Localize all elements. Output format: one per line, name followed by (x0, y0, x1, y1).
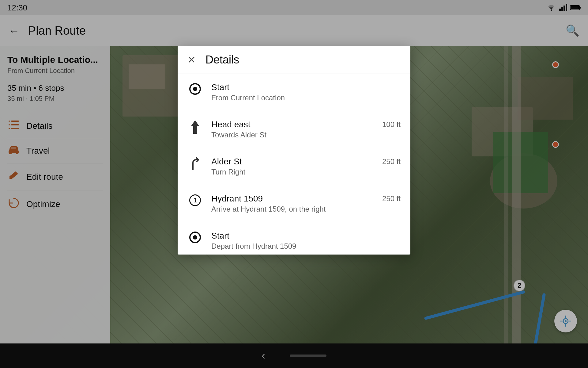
detail-row-head-east: Head east Towards Alder St 100 ft (187, 111, 401, 148)
alder-dist: 250 ft (382, 157, 401, 166)
head-east-content: Head east Towards Alder St (211, 120, 374, 139)
arrow-up-icon (187, 120, 203, 134)
depart-icon (187, 232, 203, 243)
depart-sub: Depart from Hydrant 1509 (211, 242, 401, 251)
head-east-sub: Towards Alder St (211, 131, 374, 139)
detail-row-start: Start From Current Location (187, 74, 401, 111)
depart-content: Start Depart from Hydrant 1509 (211, 231, 401, 251)
head-east-title: Head east (211, 120, 374, 129)
modal-overlay: ✕ Details Start From Current Location (0, 0, 588, 368)
hydrant-num-icon: 1 (187, 194, 203, 206)
alder-title: Alder St (211, 157, 374, 167)
detail-row-hydrant: 1 Hydrant 1509 Arrive at Hydrant 1509, o… (187, 185, 401, 222)
alder-content: Alder St Turn Right (211, 157, 374, 176)
start-title: Start (211, 82, 401, 92)
close-button[interactable]: ✕ (187, 55, 196, 65)
head-east-dist: 100 ft (382, 120, 401, 129)
turn-right-icon (187, 157, 203, 171)
modal-title: Details (205, 53, 239, 66)
hydrant-sub: Arrive at Hydrant 1509, on the right (211, 205, 374, 213)
hydrant-dist: 250 ft (382, 194, 401, 203)
modal-body: Start From Current Location Head east To… (178, 74, 410, 255)
start-content: Start From Current Location (211, 82, 401, 102)
hydrant-title: Hydrant 1509 (211, 194, 374, 204)
alder-sub: Turn Right (211, 168, 374, 176)
hydrant-content: Hydrant 1509 Arrive at Hydrant 1509, on … (211, 194, 374, 213)
details-modal: ✕ Details Start From Current Location (178, 46, 410, 255)
detail-row-depart: Start Depart from Hydrant 1509 (187, 222, 401, 255)
modal-header: ✕ Details (178, 46, 410, 74)
detail-row-alder: Alder St Turn Right 250 ft (187, 148, 401, 185)
depart-title: Start (211, 231, 401, 241)
start-sub: From Current Location (211, 94, 401, 102)
start-icon (187, 83, 203, 95)
svg-marker-24 (191, 120, 199, 134)
